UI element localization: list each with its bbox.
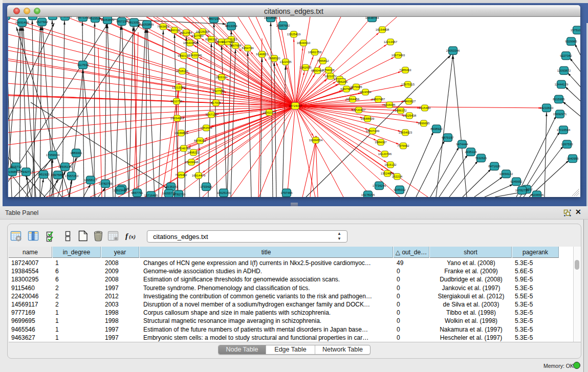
svg-text:16055713: 16055713 [8,17,13,17]
svg-text:16961758: 16961758 [308,51,322,54]
svg-text:10653267: 10653267 [26,17,40,17]
svg-text:16055713: 16055713 [162,192,176,195]
svg-text:19975887: 19975887 [51,173,65,177]
svg-text:19166825: 19166825 [175,132,188,135]
svg-text:2803144: 2803144 [215,76,228,79]
svg-text:16671355: 16671355 [76,17,90,19]
svg-text:3267130: 3267130 [205,113,217,116]
svg-text:7955812: 7955812 [317,59,329,62]
svg-text:17975115: 17975115 [401,83,415,86]
svg-text:12923448: 12923448 [114,189,127,192]
svg-text:6466160: 6466160 [47,17,59,17]
svg-text:16648784: 16648784 [365,17,379,19]
svg-text:16154808: 16154808 [376,28,389,31]
svg-text:8813054: 8813054 [225,25,237,28]
svg-text:9245652: 9245652 [510,180,522,183]
svg-text:19654923: 19654923 [399,131,412,134]
svg-text:1362615: 1362615 [299,66,312,69]
svg-text:8471626: 8471626 [488,165,500,168]
svg-text:14463627: 14463627 [402,100,416,103]
svg-text:252214: 252214 [392,175,403,178]
svg-text:8938923: 8938923 [430,127,443,130]
svg-text:3875685: 3875685 [350,85,362,89]
svg-text:9657791: 9657791 [131,191,143,194]
svg-text:19218506: 19218506 [264,17,278,19]
svg-text:16053809: 16053809 [140,23,154,26]
svg-text:2718120: 2718120 [176,70,188,73]
svg-text:10688609: 10688609 [361,117,375,120]
svg-text:22420046: 22420046 [188,54,202,57]
svg-text:8215955: 8215955 [553,98,565,101]
svg-text:20387682: 20387682 [276,24,290,27]
svg-text:10719155: 10719155 [58,17,72,18]
svg-text:1353594: 1353594 [200,126,212,129]
svg-text:17016504: 17016504 [557,128,571,132]
svg-text:2867608: 2867608 [229,44,242,47]
svg-text:12213967: 12213967 [384,40,398,43]
svg-text:8912954: 8912954 [180,31,192,34]
svg-text:7663822: 7663822 [157,25,169,28]
svg-text:10807487: 10807487 [372,98,385,101]
svg-text:7632621: 7632621 [475,157,487,160]
svg-text:17957253: 17957253 [65,174,79,178]
svg-text:15751074: 15751074 [571,29,580,32]
svg-text:13524851: 13524851 [381,172,395,175]
svg-text:9327505: 9327505 [222,40,234,43]
svg-text:7515526: 7515526 [89,17,101,20]
svg-text:17942717: 17942717 [19,170,33,173]
svg-text:817006: 817006 [211,101,222,104]
svg-text:14136141: 14136141 [164,185,178,188]
svg-text:9329965: 9329965 [565,40,577,43]
svg-text:20691406: 20691406 [15,21,29,24]
svg-text:1267533: 1267533 [561,143,573,146]
svg-text:10782759: 10782759 [515,189,529,192]
svg-text:9115460: 9115460 [419,106,431,110]
svg-text:12093872: 12093872 [557,69,571,72]
svg-text:16210643: 16210643 [540,106,554,110]
svg-text:19384554: 19384554 [309,139,323,142]
svg-text:7857234: 7857234 [208,17,220,20]
svg-text:6216045: 6216045 [383,103,396,106]
svg-text:2935114: 2935114 [465,150,477,154]
svg-text:1451923: 1451923 [37,173,50,176]
svg-text:16543382: 16543382 [183,41,197,45]
svg-text:10925159: 10925159 [217,191,231,194]
svg-text:1797466: 1797466 [280,191,293,194]
svg-text:19654983: 19654983 [170,117,184,120]
svg-text:3984067: 3984067 [375,141,387,144]
svg-text:15692971: 15692971 [553,113,567,116]
svg-text:9427552: 9427552 [212,90,225,93]
svg-text:9610755: 9610755 [170,100,183,103]
svg-text:1322035: 1322035 [279,60,292,63]
svg-text:15226058: 15226058 [196,30,210,33]
svg-text:12444129: 12444129 [555,83,569,86]
svg-text:3824554: 3824554 [359,91,372,94]
svg-text:1883001: 1883001 [70,151,82,155]
svg-text:746266: 746266 [337,80,348,83]
svg-text:29053346: 29053346 [446,49,460,52]
svg-text:18807249: 18807249 [366,129,380,133]
svg-text:12505135: 12505135 [58,165,72,168]
svg-text:7857234: 7857234 [116,20,128,23]
svg-text:9794028: 9794028 [322,69,335,72]
svg-text:10654122: 10654122 [499,172,513,176]
svg-text:f: f [125,232,129,240]
svg-text:17046768: 17046768 [177,147,191,150]
svg-text:7485063: 7485063 [399,69,411,72]
svg-text:10973493: 10973493 [391,54,405,57]
svg-text:17734246: 17734246 [373,184,386,187]
svg-text:16120746: 16120746 [378,152,392,156]
svg-text:17359934: 17359934 [46,154,60,157]
svg-text:16409948: 16409948 [185,161,199,164]
svg-text:16914479: 16914479 [192,174,206,177]
svg-text:2086372: 2086372 [395,109,407,112]
svg-text:1588520: 1588520 [268,57,280,60]
svg-text:12156809: 12156809 [8,170,19,173]
svg-text:1733426: 1733426 [200,185,212,188]
svg-text:16053809: 16053809 [101,18,115,21]
svg-text:16640910: 16640910 [297,41,311,45]
svg-text:20364456: 20364456 [346,98,360,101]
svg-text:8813054: 8813054 [128,21,140,24]
svg-text:8990448: 8990448 [311,69,323,72]
svg-text:9245012: 9245012 [394,188,406,191]
